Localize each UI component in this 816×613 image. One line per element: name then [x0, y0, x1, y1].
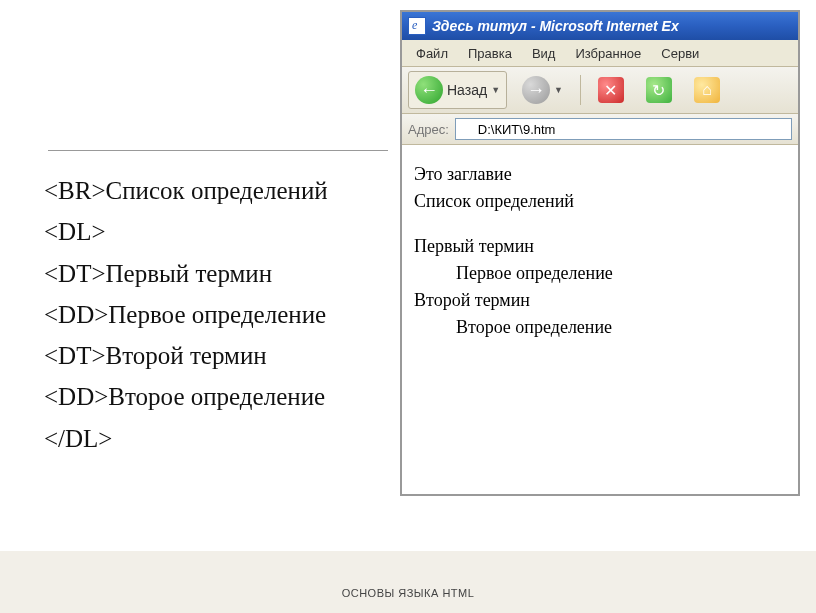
refresh-button[interactable]: ↻	[639, 72, 679, 108]
page-subtitle: Список определений	[414, 188, 786, 215]
page-icon	[408, 17, 426, 35]
menubar: Файл Правка Вид Избранное Серви	[402, 40, 798, 67]
code-line: </DL>	[44, 418, 328, 459]
definition: Первое определение	[456, 260, 786, 287]
address-bar: Адрес: D:\КИТ\9.htm	[402, 114, 798, 145]
footer-text: ОСНОВЫ ЯЗЫКА HTML	[0, 587, 816, 599]
home-button[interactable]: ⌂	[687, 72, 727, 108]
stop-icon: ✕	[598, 77, 624, 103]
window-title: Здесь титул - Microsoft Internet Ex	[432, 18, 679, 34]
address-input[interactable]: D:\КИТ\9.htm	[455, 118, 792, 140]
page-heading: Это заглавие	[414, 161, 786, 188]
back-label: Назад	[447, 82, 487, 98]
back-button[interactable]: ← Назад ▼	[408, 71, 507, 109]
address-value: D:\КИТ\9.htm	[478, 122, 556, 137]
titlebar: Здесь титул - Microsoft Internet Ex	[402, 12, 798, 40]
code-line: <DD>Второе определение	[44, 376, 328, 417]
code-line: <DD>Первое определение	[44, 294, 328, 335]
chevron-down-icon: ▼	[491, 85, 500, 95]
separator	[580, 75, 581, 105]
code-line: <DT>Первый термин	[44, 253, 328, 294]
stop-button[interactable]: ✕	[591, 72, 631, 108]
address-label: Адрес:	[408, 122, 449, 137]
page-content: Это заглавие Список определений Первый т…	[402, 145, 798, 357]
menu-file[interactable]: Файл	[406, 43, 458, 64]
menu-edit[interactable]: Правка	[458, 43, 522, 64]
menu-services[interactable]: Серви	[651, 43, 709, 64]
code-line: <DL>	[44, 211, 328, 252]
divider	[48, 150, 388, 151]
forward-button[interactable]: → ▼	[515, 71, 570, 109]
code-line: <BR>Список определений	[44, 170, 328, 211]
toolbar: ← Назад ▼ → ▼ ✕ ↻ ⌂	[402, 67, 798, 114]
definition: Второе определение	[456, 314, 786, 341]
menu-view[interactable]: Вид	[522, 43, 566, 64]
forward-icon: →	[522, 76, 550, 104]
code-listing: <BR>Список определений <DL> <DT>Первый т…	[44, 170, 328, 459]
back-icon: ←	[415, 76, 443, 104]
menu-favorites[interactable]: Избранное	[565, 43, 651, 64]
footer-band	[0, 551, 816, 613]
browser-window: Здесь титул - Microsoft Internet Ex Файл…	[400, 10, 800, 496]
term: Второй термин	[414, 287, 786, 314]
page-icon	[460, 122, 474, 136]
code-line: <DT>Второй термин	[44, 335, 328, 376]
term: Первый термин	[414, 233, 786, 260]
chevron-down-icon: ▼	[554, 85, 563, 95]
refresh-icon: ↻	[646, 77, 672, 103]
home-icon: ⌂	[694, 77, 720, 103]
